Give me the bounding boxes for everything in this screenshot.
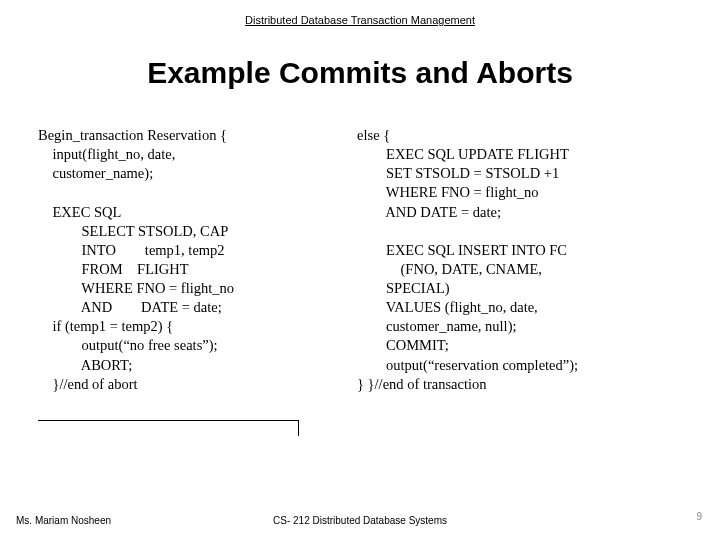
course-topic-header: Distributed Database Transaction Managem… [0, 0, 720, 26]
code-content: Begin_transaction Reservation { input(fl… [0, 126, 720, 394]
divider-line [38, 420, 298, 421]
slide-title: Example Commits and Aborts [0, 56, 720, 90]
code-right-column: else { EXEC SQL UPDATE FLIGHT SET STSOLD… [357, 126, 694, 394]
footer-course: CS- 212 Distributed Database Systems [0, 515, 720, 526]
code-left-column: Begin_transaction Reservation { input(fl… [38, 126, 349, 394]
page-number: 9 [696, 511, 702, 522]
divider-wrap [0, 420, 720, 421]
